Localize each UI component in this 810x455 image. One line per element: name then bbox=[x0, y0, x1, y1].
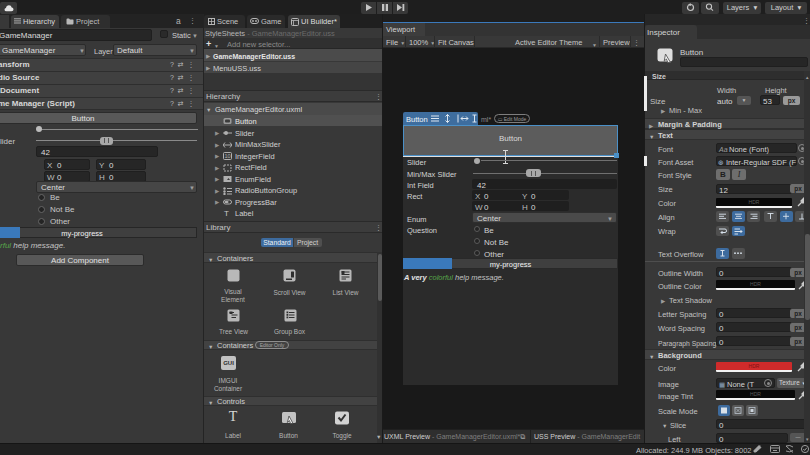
svg-text:10: 10 bbox=[225, 153, 231, 159]
